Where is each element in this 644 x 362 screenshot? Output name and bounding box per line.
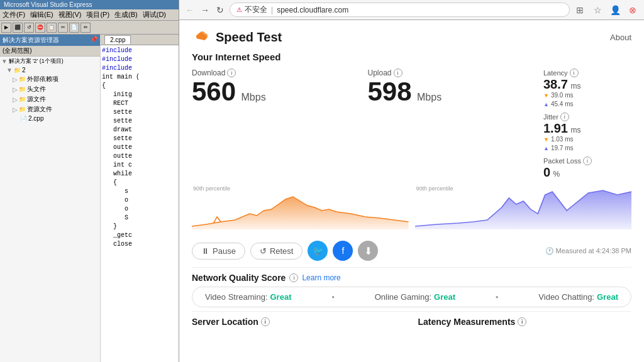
toolbar-btn-3[interactable]: ↺ <box>24 23 34 33</box>
toolbar-btn-7[interactable]: 📄 <box>69 23 79 33</box>
toolbar-btn-1[interactable]: ▶ <box>1 23 11 33</box>
security-icon: ⚠ <box>236 6 242 13</box>
pause-button[interactable]: ⏸ Pause <box>192 243 245 260</box>
pause-icon: ⏸ <box>201 246 209 256</box>
upload-unit: Mbps <box>417 92 441 102</box>
folder-resources-label: 资源文件 <box>27 105 52 114</box>
upload-info-icon[interactable]: i <box>394 69 402 77</box>
forward-button[interactable]: → <box>199 4 211 16</box>
folder-resources[interactable]: ▷ 📁 资源文件 <box>0 104 100 114</box>
profile-icon[interactable]: 👤 <box>609 4 621 16</box>
download-value: 560 <box>192 77 236 106</box>
toolbar-btn-6[interactable]: ✂ <box>58 23 68 33</box>
upload-block: Upload i 598 Mbps <box>368 69 544 183</box>
menu-build[interactable]: 生成(B) <box>114 10 138 19</box>
packet-loss-info-icon[interactable]: i <box>583 156 592 165</box>
latency-measurements-title: Latency Measurements i <box>418 317 632 327</box>
download-chart: 90th percentile <box>192 185 409 236</box>
ide-titlebar: Microsoft Visual Studio Express <box>0 0 179 9</box>
ide-sidebar: 解决方案资源管理器 📌 (全局范围) ▼ 解决方案 '2' (1个项目) ▼ 📁… <box>0 35 101 362</box>
nqs-info-icon[interactable]: i <box>289 273 298 282</box>
latency-down-row: ▼ 39.0 ms <box>543 91 631 100</box>
project-name: 2 <box>22 67 26 74</box>
folder-external[interactable]: ▷ 📁 外部依赖项 <box>0 74 100 84</box>
twitter-button[interactable]: 🐦 <box>308 241 328 261</box>
url-separator: | <box>271 6 273 14</box>
code-outte1: outte <box>102 144 132 151</box>
code-main: int main ( <box>102 74 140 80</box>
latency-unit: ms <box>570 82 580 90</box>
packet-loss-unit: % <box>553 170 560 178</box>
menu-file[interactable]: 文件(F) <box>3 10 25 19</box>
menu-project[interactable]: 项目(P) <box>86 10 109 19</box>
server-location-info-icon[interactable]: i <box>261 317 270 326</box>
about-link[interactable]: About <box>610 33 631 42</box>
file-node[interactable]: 📄 2.cpp <box>0 114 100 123</box>
code-while-brace: { <box>102 179 117 186</box>
latency-info-icon[interactable]: i <box>570 69 579 77</box>
bottom-section: Server Location i Latency Measurements i <box>192 311 631 327</box>
code-S: S <box>102 214 128 221</box>
svg-marker-0 <box>192 197 409 229</box>
jitter-up-value: 19.7 ms <box>551 144 574 153</box>
editor-content[interactable]: #include #include #include int main ( { … <box>101 45 179 250</box>
code-brace-open: { <box>102 82 106 89</box>
back-button[interactable]: ← <box>184 4 196 16</box>
menu-view[interactable]: 视图(V) <box>58 10 82 19</box>
latency-label: Latency i <box>543 69 631 77</box>
chrome-icon[interactable]: ⊗ <box>626 4 639 16</box>
speedtest-title-area: Speed Test <box>192 28 282 47</box>
sidebar-pin[interactable]: 📌 <box>90 36 97 43</box>
nqs-video-streaming: Video Streaming: Great <box>205 292 291 302</box>
upload-chart-svg <box>415 185 632 229</box>
download-info-icon[interactable]: i <box>227 69 236 77</box>
menu-edit[interactable]: 编辑(E) <box>30 10 53 19</box>
ide-toolbar: ▶ ⬛ ↺ ⛔ 📋 ✂ 📄 ✏ <box>0 21 179 35</box>
editor-tab-bar: 2.cpp <box>101 35 179 45</box>
latency-measurements-info-icon[interactable]: i <box>518 317 526 326</box>
code-sette2: sette <box>102 118 132 124</box>
download-icon: ⬇ <box>364 245 372 257</box>
toolbar-btn-8[interactable]: ✏ <box>80 23 91 33</box>
address-bar[interactable]: ⚠ 不安全 | speed.cloudflare.com <box>230 3 570 17</box>
nav-icons: ⊞ ☆ 👤 ⊗ <box>574 4 639 16</box>
code-outte2: outte <box>102 153 132 160</box>
code-include-1: #include <box>102 47 132 54</box>
folder-sources[interactable]: ▷ 📁 源文件 <box>0 94 100 104</box>
learn-more-link[interactable]: Learn more <box>302 273 340 282</box>
code-o1: o <box>102 197 128 204</box>
upload-value: 598 <box>368 77 412 106</box>
jitter-down-arrow: ▼ <box>543 136 549 144</box>
solution-name: '2' (1个项目) <box>33 57 64 65</box>
folder-headers[interactable]: ▷ 📁 头文件 <box>0 84 100 94</box>
packet-loss-block: Packet Loss i 0 % <box>543 156 631 179</box>
code-intc: int c <box>102 162 132 168</box>
solution-node[interactable]: ▼ 解决方案 '2' (1个项目) <box>0 57 100 66</box>
download-button[interactable]: ⬇ <box>358 241 378 261</box>
reload-button[interactable]: ↻ <box>214 4 226 16</box>
retest-button[interactable]: ↺ Retest <box>250 243 303 260</box>
folder-icon-external: 📁 <box>19 76 26 82</box>
jitter-block: Jitter i 1.91 ms ▼ 1.03 ms ▲ 19.7 ms <box>543 112 631 153</box>
toolbar-btn-5[interactable]: 📋 <box>47 23 57 33</box>
jitter-info-icon[interactable]: i <box>560 112 569 121</box>
code-include-2: #include <box>102 56 132 63</box>
twitter-icon: 🐦 <box>313 246 323 256</box>
code-while: while <box>102 170 132 177</box>
toolbar-btn-2[interactable]: ⬛ <box>13 23 23 33</box>
bookmark-icon[interactable]: ☆ <box>591 4 604 16</box>
latency-down-value: 39.0 ms <box>551 91 574 100</box>
upload-label: Upload i <box>368 69 544 77</box>
browser-nav: ← → ↻ ⚠ 不安全 | speed.cloudflare.com ⊞ ☆ 👤… <box>179 0 644 19</box>
cloudflare-logo <box>192 28 211 47</box>
toolbar-btn-4[interactable]: ⛔ <box>35 23 45 33</box>
nqs-bar: Video Streaming: Great ● Online Gaming: … <box>192 287 631 307</box>
menu-debug[interactable]: 调试(D) <box>143 10 166 19</box>
editor-tab-cpp[interactable]: 2.cpp <box>104 35 131 44</box>
translate-icon[interactable]: ⊞ <box>574 4 586 16</box>
browser-chrome: ← → ↻ ⚠ 不安全 | speed.cloudflare.com ⊞ ☆ 👤… <box>179 0 644 20</box>
facebook-button[interactable]: f <box>333 241 353 261</box>
retest-icon: ↺ <box>260 246 267 256</box>
code-sette1: sette <box>102 109 132 116</box>
project-node[interactable]: ▼ 📁 2 <box>0 66 100 74</box>
